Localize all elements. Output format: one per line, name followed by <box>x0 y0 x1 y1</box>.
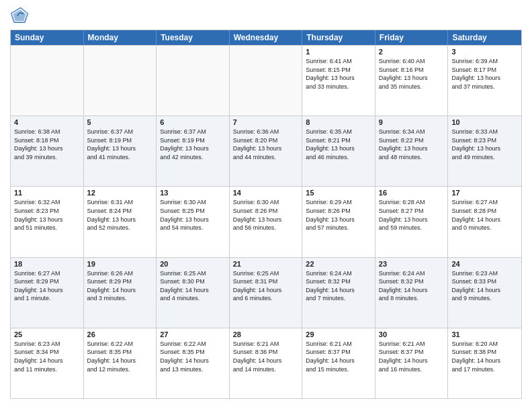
cell-day-12: 12Sunrise: 6:31 AM Sunset: 8:24 PM Dayli… <box>84 187 157 257</box>
cell-day-2: 2Sunrise: 6:40 AM Sunset: 8:16 PM Daylig… <box>375 46 449 116</box>
cell-text-31: Sunrise: 6:20 AM Sunset: 8:38 PM Dayligh… <box>451 340 518 373</box>
day-number-12: 12 <box>87 189 153 197</box>
cell-text-25: Sunrise: 6:23 AM Sunset: 8:34 PM Dayligh… <box>14 340 80 373</box>
cell-text-24: Sunrise: 6:23 AM Sunset: 8:33 PM Dayligh… <box>451 269 518 303</box>
cell-text-13: Sunrise: 6:30 AM Sunset: 8:25 PM Dayligh… <box>160 198 226 232</box>
day-number-18: 18 <box>14 260 80 268</box>
cell-text-11: Sunrise: 6:32 AM Sunset: 8:23 PM Dayligh… <box>14 198 80 232</box>
header-day-friday: Friday <box>375 30 449 45</box>
header-day-saturday: Saturday <box>448 30 521 45</box>
cell-text-2: Sunrise: 6:40 AM Sunset: 8:16 PM Dayligh… <box>379 57 445 91</box>
cell-text-30: Sunrise: 6:21 AM Sunset: 8:37 PM Dayligh… <box>379 340 445 373</box>
cell-day-3: 3Sunrise: 6:39 AM Sunset: 8:17 PM Daylig… <box>448 46 521 116</box>
cell-empty-0-1 <box>84 46 157 116</box>
cell-day-14: 14Sunrise: 6:30 AM Sunset: 8:26 PM Dayli… <box>230 187 303 257</box>
day-number-13: 13 <box>160 189 226 197</box>
day-number-29: 29 <box>306 330 371 338</box>
cell-text-15: Sunrise: 6:29 AM Sunset: 8:26 PM Dayligh… <box>306 198 371 232</box>
day-number-5: 5 <box>87 118 153 126</box>
day-number-10: 10 <box>451 118 518 126</box>
calendar-row-1: 4Sunrise: 6:38 AM Sunset: 8:18 PM Daylig… <box>11 116 521 186</box>
day-number-7: 7 <box>233 118 299 126</box>
calendar-row-2: 11Sunrise: 6:32 AM Sunset: 8:23 PM Dayli… <box>11 186 521 257</box>
calendar: SundayMondayTuesdayWednesdayThursdayFrid… <box>10 30 522 399</box>
cell-text-19: Sunrise: 6:26 AM Sunset: 8:29 PM Dayligh… <box>87 269 153 303</box>
cell-text-8: Sunrise: 6:35 AM Sunset: 8:21 PM Dayligh… <box>306 128 371 161</box>
cell-text-4: Sunrise: 6:38 AM Sunset: 8:18 PM Dayligh… <box>14 128 80 161</box>
header-day-sunday: Sunday <box>11 30 84 45</box>
day-number-19: 19 <box>87 260 153 268</box>
cell-day-30: 30Sunrise: 6:21 AM Sunset: 8:37 PM Dayli… <box>375 328 449 398</box>
cell-text-10: Sunrise: 6:33 AM Sunset: 8:23 PM Dayligh… <box>451 128 518 161</box>
calendar-row-0: 1Sunrise: 6:41 AM Sunset: 8:15 PM Daylig… <box>11 45 521 116</box>
cell-text-27: Sunrise: 6:22 AM Sunset: 8:35 PM Dayligh… <box>160 340 226 373</box>
day-number-11: 11 <box>14 189 80 197</box>
cell-empty-0-0 <box>11 46 84 116</box>
cell-day-25: 25Sunrise: 6:23 AM Sunset: 8:34 PM Dayli… <box>11 328 84 398</box>
day-number-30: 30 <box>379 330 445 338</box>
header-day-tuesday: Tuesday <box>157 30 230 45</box>
day-number-28: 28 <box>233 330 299 338</box>
day-number-20: 20 <box>160 260 226 268</box>
header-day-wednesday: Wednesday <box>230 30 303 45</box>
cell-day-18: 18Sunrise: 6:27 AM Sunset: 8:29 PM Dayli… <box>11 258 84 328</box>
cell-day-11: 11Sunrise: 6:32 AM Sunset: 8:23 PM Dayli… <box>11 187 84 257</box>
day-number-27: 27 <box>160 330 226 338</box>
day-number-17: 17 <box>451 189 518 197</box>
cell-text-26: Sunrise: 6:22 AM Sunset: 8:35 PM Dayligh… <box>87 340 153 373</box>
day-number-21: 21 <box>233 260 299 268</box>
cell-day-21: 21Sunrise: 6:25 AM Sunset: 8:31 PM Dayli… <box>230 258 303 328</box>
cell-day-4: 4Sunrise: 6:38 AM Sunset: 8:18 PM Daylig… <box>11 116 84 186</box>
logo-icon <box>10 7 29 26</box>
cell-day-10: 10Sunrise: 6:33 AM Sunset: 8:23 PM Dayli… <box>448 116 521 186</box>
day-number-26: 26 <box>87 330 153 338</box>
cell-day-19: 19Sunrise: 6:26 AM Sunset: 8:29 PM Dayli… <box>84 258 157 328</box>
cell-empty-0-2 <box>157 46 230 116</box>
cell-day-28: 28Sunrise: 6:21 AM Sunset: 8:36 PM Dayli… <box>230 328 303 398</box>
legend <box>10 402 522 404</box>
logo <box>10 7 32 26</box>
cell-day-31: 31Sunrise: 6:20 AM Sunset: 8:38 PM Dayli… <box>448 328 521 398</box>
calendar-header: SundayMondayTuesdayWednesdayThursdayFrid… <box>11 30 521 45</box>
cell-day-7: 7Sunrise: 6:36 AM Sunset: 8:20 PM Daylig… <box>230 116 303 186</box>
cell-text-6: Sunrise: 6:37 AM Sunset: 8:19 PM Dayligh… <box>160 128 226 161</box>
cell-day-27: 27Sunrise: 6:22 AM Sunset: 8:35 PM Dayli… <box>157 328 230 398</box>
day-number-24: 24 <box>451 260 518 268</box>
cell-day-15: 15Sunrise: 6:29 AM Sunset: 8:26 PM Dayli… <box>302 187 375 257</box>
cell-text-12: Sunrise: 6:31 AM Sunset: 8:24 PM Dayligh… <box>87 198 153 232</box>
cell-text-3: Sunrise: 6:39 AM Sunset: 8:17 PM Dayligh… <box>451 57 518 91</box>
day-number-3: 3 <box>451 48 518 56</box>
cell-day-26: 26Sunrise: 6:22 AM Sunset: 8:35 PM Dayli… <box>84 328 157 398</box>
day-number-4: 4 <box>14 118 80 126</box>
cell-day-23: 23Sunrise: 6:24 AM Sunset: 8:32 PM Dayli… <box>375 258 449 328</box>
cell-text-21: Sunrise: 6:25 AM Sunset: 8:31 PM Dayligh… <box>233 269 299 303</box>
cell-day-6: 6Sunrise: 6:37 AM Sunset: 8:19 PM Daylig… <box>157 116 230 186</box>
calendar-body: 1Sunrise: 6:41 AM Sunset: 8:15 PM Daylig… <box>11 45 521 398</box>
cell-text-1: Sunrise: 6:41 AM Sunset: 8:15 PM Dayligh… <box>306 57 371 91</box>
cell-text-28: Sunrise: 6:21 AM Sunset: 8:36 PM Dayligh… <box>233 340 299 373</box>
header <box>10 7 522 26</box>
cell-day-5: 5Sunrise: 6:37 AM Sunset: 8:19 PM Daylig… <box>84 116 157 186</box>
day-number-16: 16 <box>379 189 445 197</box>
cell-day-22: 22Sunrise: 6:24 AM Sunset: 8:32 PM Dayli… <box>302 258 375 328</box>
cell-day-29: 29Sunrise: 6:21 AM Sunset: 8:37 PM Dayli… <box>302 328 375 398</box>
cell-text-14: Sunrise: 6:30 AM Sunset: 8:26 PM Dayligh… <box>233 198 299 232</box>
calendar-row-4: 25Sunrise: 6:23 AM Sunset: 8:34 PM Dayli… <box>11 328 521 398</box>
day-number-22: 22 <box>306 260 371 268</box>
cell-day-9: 9Sunrise: 6:34 AM Sunset: 8:22 PM Daylig… <box>375 116 449 186</box>
cell-day-1: 1Sunrise: 6:41 AM Sunset: 8:15 PM Daylig… <box>302 46 375 116</box>
day-number-14: 14 <box>233 189 299 197</box>
day-number-8: 8 <box>306 118 371 126</box>
day-number-9: 9 <box>379 118 445 126</box>
cell-text-9: Sunrise: 6:34 AM Sunset: 8:22 PM Dayligh… <box>379 128 445 161</box>
header-day-thursday: Thursday <box>302 30 375 45</box>
cell-day-13: 13Sunrise: 6:30 AM Sunset: 8:25 PM Dayli… <box>157 187 230 257</box>
cell-text-16: Sunrise: 6:28 AM Sunset: 8:27 PM Dayligh… <box>379 198 445 232</box>
cell-text-29: Sunrise: 6:21 AM Sunset: 8:37 PM Dayligh… <box>306 340 371 373</box>
day-number-31: 31 <box>451 330 518 338</box>
cell-text-23: Sunrise: 6:24 AM Sunset: 8:32 PM Dayligh… <box>379 269 445 303</box>
page: SundayMondayTuesdayWednesdayThursdayFrid… <box>0 0 532 411</box>
cell-text-20: Sunrise: 6:25 AM Sunset: 8:30 PM Dayligh… <box>160 269 226 303</box>
header-day-monday: Monday <box>84 30 157 45</box>
cell-text-22: Sunrise: 6:24 AM Sunset: 8:32 PM Dayligh… <box>306 269 371 303</box>
